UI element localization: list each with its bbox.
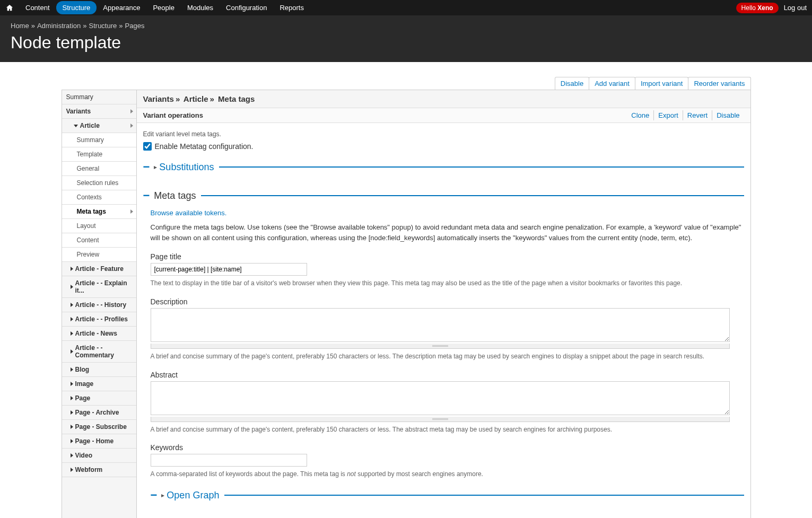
nav-reports[interactable]: Reports: [273, 1, 310, 14]
caret-right-icon: [71, 396, 73, 400]
page-tab-disable[interactable]: Disable: [555, 77, 589, 90]
sidebar-variant[interactable]: Blog: [62, 363, 136, 377]
page-tab-import-variant[interactable]: Import variant: [635, 77, 688, 90]
caret-right-icon: [71, 331, 73, 336]
nav-configuration[interactable]: Configuration: [220, 1, 273, 14]
sidebar-sub-preview[interactable]: Preview: [62, 248, 136, 262]
sidebar-variant[interactable]: Article - Feature: [62, 262, 136, 276]
page-header: Home»Administration»Structure»Pages Node…: [0, 15, 812, 62]
sidebar-variant[interactable]: Page - Subscribe: [62, 420, 136, 434]
keywords-input[interactable]: [151, 454, 307, 467]
caret-right-icon: [130, 109, 133, 113]
sidebar-variant[interactable]: Page: [62, 391, 136, 406]
keywords-desc: A comma-separated list of keywords about…: [151, 470, 744, 479]
sidebar-variants[interactable]: Variants: [62, 104, 136, 119]
sidebar-sub-meta-tags[interactable]: Meta tags: [62, 205, 136, 219]
variant-op-clone[interactable]: Clone: [627, 110, 653, 120]
metatags-legend: Meta tags: [154, 190, 196, 201]
sidebar-sub-summary[interactable]: Summary: [62, 133, 136, 147]
caret-right-icon: [71, 425, 73, 429]
nav-structure[interactable]: Structure: [56, 1, 97, 14]
hello-user-badge[interactable]: Hello Xeno: [736, 3, 779, 13]
sidebar-summary[interactable]: Summary: [62, 90, 136, 104]
abstract-desc: A brief and concise summary of the page'…: [151, 425, 744, 434]
page-title: Node template: [11, 33, 801, 52]
substitutions-legend[interactable]: Substitutions: [159, 162, 214, 173]
breadcrumb-link[interactable]: Home: [11, 22, 29, 30]
sidebar-variant[interactable]: Article - - History: [62, 298, 136, 312]
variant-op-export[interactable]: Export: [653, 110, 683, 120]
sidebar-variant[interactable]: Article - - Commentary: [62, 341, 136, 363]
textarea-resize-handle[interactable]: [151, 344, 730, 349]
caret-right-icon: [71, 468, 73, 472]
enable-metatag-row: Enable Metatag configuration.: [143, 142, 744, 151]
textarea-resize-handle[interactable]: [151, 417, 730, 422]
config-help-text: Configure the meta tags below. Use token…: [151, 222, 744, 243]
breadcrumb-link[interactable]: Administration: [37, 22, 81, 30]
nav-modules[interactable]: Modules: [181, 1, 220, 14]
variant-ops-title: Variant operations: [143, 111, 203, 119]
caret-right-icon: [71, 367, 73, 372]
browse-tokens-link[interactable]: Browse available tokens.: [151, 209, 227, 217]
sidebar-variant[interactable]: Page - Archive: [62, 406, 136, 420]
sidebar-sub-content[interactable]: Content: [62, 233, 136, 248]
nav-people[interactable]: People: [146, 1, 180, 14]
caret-right-icon: [71, 382, 73, 386]
sidebar-variant[interactable]: Article - News: [62, 327, 136, 341]
caret-right-icon: [71, 349, 73, 354]
sidebar-sub-layout[interactable]: Layout: [62, 219, 136, 233]
sidebar-variant[interactable]: Article - - Profiles: [62, 312, 136, 327]
collapse-icon[interactable]: −: [151, 488, 158, 502]
sidebar-article[interactable]: Article: [62, 119, 136, 133]
description-textarea[interactable]: [151, 308, 730, 342]
content-area: Summary Variants Article SummaryTemplate…: [62, 90, 751, 518]
sidebar-variant[interactable]: Webform: [62, 463, 136, 477]
sidebar-variant[interactable]: Page - Home: [62, 434, 136, 449]
page-title-input[interactable]: [151, 263, 307, 276]
sidebar-variant[interactable]: Image: [62, 377, 136, 391]
enable-metatag-checkbox[interactable]: [143, 142, 152, 151]
sidebar-variant[interactable]: Video: [62, 449, 136, 463]
form-item-keywords: Keywords A comma-separated list of keywo…: [151, 443, 744, 479]
caret-right-icon: [71, 453, 73, 458]
expand-icon[interactable]: ▸: [154, 163, 157, 171]
home-icon[interactable]: [5, 4, 14, 12]
open-graph-legend[interactable]: Open Graph: [167, 490, 219, 501]
sidebar: Summary Variants Article SummaryTemplate…: [62, 90, 137, 518]
description-desc: A brief and concise summary of the page'…: [151, 352, 744, 361]
caret-right-icon: [71, 303, 73, 307]
keywords-label: Keywords: [151, 443, 744, 452]
logout-link[interactable]: Log out: [784, 4, 807, 12]
caret-right-icon: [71, 410, 73, 415]
page-tab-add-variant[interactable]: Add variant: [589, 77, 635, 90]
caret-right-icon: [71, 317, 73, 321]
page-title-label: Page title: [151, 252, 744, 261]
sidebar-variant[interactable]: Article - - Explain it...: [62, 276, 136, 298]
breadcrumb: Home»Administration»Structure»Pages: [11, 22, 801, 30]
abstract-label: Abstract: [151, 371, 744, 379]
breadcrumb-link[interactable]: Pages: [125, 22, 145, 30]
breadcrumb-link[interactable]: Structure: [89, 22, 117, 30]
caret-right-icon: [130, 124, 133, 128]
nav-appearance[interactable]: Appearance: [97, 1, 146, 14]
sidebar-sub-contexts[interactable]: Contexts: [62, 190, 136, 205]
form-item-page-title: Page title The text to display in the ti…: [151, 252, 744, 288]
variant-op-revert[interactable]: Revert: [683, 110, 712, 120]
caret-right-icon: [71, 285, 73, 289]
caret-right-icon: [130, 209, 133, 214]
toolbar-nav: ContentStructureAppearancePeopleModulesC…: [19, 1, 310, 14]
expand-icon[interactable]: ▸: [161, 491, 164, 499]
collapse-icon[interactable]: −: [143, 189, 150, 203]
page-tab-reorder-variants[interactable]: Reorder variants: [688, 77, 750, 90]
collapse-icon[interactable]: −: [143, 160, 150, 174]
variant-op-disable[interactable]: Disable: [712, 110, 744, 120]
variant-operations-bar: Variant operations CloneExportRevertDisa…: [137, 108, 750, 123]
nav-content[interactable]: Content: [19, 1, 56, 14]
sidebar-sub-template[interactable]: Template: [62, 147, 136, 162]
sidebar-sub-selection-rules[interactable]: Selection rules: [62, 176, 136, 190]
abstract-textarea[interactable]: [151, 381, 730, 415]
description-label: Description: [151, 297, 744, 306]
sidebar-sub-general[interactable]: General: [62, 162, 136, 176]
enable-metatag-label: Enable Metatag configuration.: [155, 142, 254, 151]
caret-right-icon: [71, 439, 73, 443]
